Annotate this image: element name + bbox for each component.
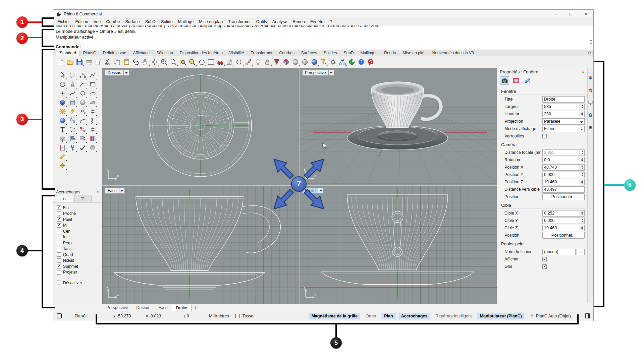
- browse-button[interactable]: ...: [577, 249, 585, 255]
- toolbar-button-lock[interactable]: [263, 57, 272, 67]
- viewport-dropdown-icon[interactable]: [119, 188, 125, 194]
- new-viewport-icon[interactable]: [194, 306, 198, 310]
- osnap-item-quad[interactable]: Quad: [57, 252, 102, 258]
- tool-cone-curve[interactable]: [67, 80, 77, 89]
- tab-disposition-des-fenetres[interactable]: Disposition des fenêtres: [176, 50, 226, 56]
- menu-outils[interactable]: Outils: [254, 19, 270, 24]
- osnap-item-proche[interactable]: Proche: [57, 211, 102, 217]
- viewport-dropdown-icon[interactable]: [124, 70, 129, 76]
- tool-split[interactable]: [88, 107, 98, 116]
- titre-field[interactable]: Droite: [542, 96, 585, 103]
- toolbar-button-zoom-window[interactable]: [178, 57, 187, 67]
- strip-color-wheel-icon[interactable]: [588, 88, 593, 93]
- largeur-field[interactable]: 535: [542, 104, 580, 110]
- osnap-item-desactiver[interactable]: Désactiver: [57, 280, 102, 286]
- tool-surface-curve[interactable]: [88, 89, 98, 98]
- tool-sphere-blue[interactable]: [57, 116, 67, 125]
- tool-droplets[interactable]: [67, 116, 77, 125]
- tool-text[interactable]: [57, 125, 67, 134]
- osnap-item-projeter[interactable]: Projeter: [57, 269, 102, 276]
- toolbar-button-viewport-layout[interactable]: [206, 57, 216, 67]
- toolbar-button-zoom[interactable]: [159, 57, 169, 67]
- command-area[interactable]: Nom du fichier modèle Rhino à ouvrir ( A…: [53, 25, 593, 50]
- osnap-item-fin[interactable]: ✓Fin: [57, 205, 102, 211]
- tab-solides[interactable]: Solides: [320, 50, 340, 56]
- tool-check[interactable]: [77, 143, 88, 152]
- viewport-tab-face[interactable]: Face: [154, 305, 172, 311]
- toolbar-button-node-link[interactable]: [244, 57, 253, 67]
- position-y-stepper[interactable]: [580, 172, 585, 178]
- tool-split[interactable]: [88, 125, 98, 134]
- cible-x-field[interactable]: 0.252: [542, 210, 580, 217]
- checkbox-perp[interactable]: [57, 241, 61, 245]
- viewport-label-perspective[interactable]: Perspective: [302, 70, 334, 76]
- toolbar-button-undo[interactable]: [131, 57, 141, 67]
- afficher-checkbox[interactable]: ✓: [542, 257, 547, 261]
- menu-mise-en-plan[interactable]: Mise en plan: [196, 19, 225, 24]
- toolbar-button-hierarchy[interactable]: [338, 57, 347, 67]
- properties-tab-viewport-rect[interactable]: [511, 76, 521, 85]
- osnap-item-mi[interactable]: ✓Mi: [57, 223, 102, 229]
- checkbox-fin[interactable]: ✓: [57, 205, 61, 210]
- toolbar-button-feedback[interactable]: [366, 57, 375, 67]
- tool-box-blue[interactable]: [57, 98, 67, 107]
- toolbar-button-color-wheel[interactable]: [281, 57, 291, 67]
- checkbox-proche[interactable]: [57, 212, 61, 216]
- menu-solide[interactable]: Solide: [158, 19, 175, 24]
- verrouilles-checkbox[interactable]: [542, 134, 547, 138]
- osnap-tab-snaps[interactable]: [56, 195, 73, 202]
- toolbar-button-bulb[interactable]: [253, 57, 263, 67]
- osnap-item-int[interactable]: Int: [57, 234, 102, 240]
- cible-y-stepper[interactable]: [580, 218, 585, 224]
- checkbox-n-ud[interactable]: [57, 258, 61, 263]
- tool-array-grid[interactable]: [77, 125, 88, 134]
- menu-item[interactable]: ?: [327, 19, 335, 24]
- viewport-dropdown-icon[interactable]: [329, 70, 334, 76]
- tool-polyline[interactable]: [88, 71, 98, 80]
- toolbar-button-new-file[interactable]: [56, 57, 65, 67]
- toolbar-button-save[interactable]: [75, 57, 84, 67]
- tool-circle-tool[interactable]: [57, 80, 67, 89]
- status-cplane[interactable]: PlanC: [74, 314, 86, 318]
- distance-focale-mr-stepper[interactable]: [580, 149, 585, 156]
- osnap-item-tan[interactable]: Tan: [57, 246, 102, 252]
- menu-subd[interactable]: SubD: [143, 19, 158, 24]
- checkbox-mi[interactable]: ✓: [57, 223, 61, 228]
- position-x-stepper[interactable]: [580, 164, 585, 171]
- toolbar-button-rotate-view[interactable]: [150, 57, 159, 67]
- toolbar-button-sphere-blue[interactable]: [310, 57, 319, 67]
- toolbar-button-pie-analyze[interactable]: [347, 57, 357, 67]
- osnap-item-sommet[interactable]: ✓Sommet: [57, 263, 102, 269]
- checkbox-quad[interactable]: [57, 252, 61, 257]
- tool-trim[interactable]: [77, 107, 88, 116]
- tool-nodes[interactable]: [67, 125, 77, 134]
- menu-rendu[interactable]: Rendu: [290, 19, 308, 24]
- toolbar-button-copy[interactable]: [112, 57, 122, 67]
- checkbox-tan[interactable]: [57, 247, 61, 251]
- position-button[interactable]: Positionner...: [542, 232, 585, 239]
- checkbox-point[interactable]: ✓: [57, 217, 61, 222]
- tab-courbes[interactable]: Courbes: [276, 50, 298, 56]
- tool-lasso[interactable]: [67, 71, 77, 80]
- command-scroll-arrows[interactable]: [590, 40, 592, 44]
- tool-blocks[interactable]: [77, 134, 88, 143]
- menu-analyse[interactable]: Analyse: [270, 19, 290, 24]
- tab-surfaces[interactable]: Surfaces: [298, 50, 320, 56]
- tool-point-tool[interactable]: [57, 89, 67, 98]
- tool-sphere-tool[interactable]: [77, 98, 88, 107]
- toolbar-button-sphere-ghost[interactable]: [300, 57, 310, 67]
- tool-cylinder[interactable]: [67, 98, 77, 107]
- menu-transformer[interactable]: Transformer: [225, 19, 254, 24]
- distance-focale-mr-field[interactable]: 2.355: [542, 149, 580, 156]
- tab-nouveautes-dans-la-v8[interactable]: Nouveautés dans la V8: [429, 50, 477, 56]
- tool-helix[interactable]: [88, 116, 98, 125]
- checkbox-int[interactable]: [57, 235, 61, 239]
- tool-arc-tool[interactable]: [77, 80, 88, 89]
- position-z-field[interactable]: 19.460: [542, 179, 580, 185]
- rotation-field[interactable]: 0.0: [542, 157, 580, 163]
- largeur-stepper[interactable]: [580, 104, 585, 110]
- tab-standard[interactable]: Standard: [56, 50, 80, 56]
- properties-gear-icon[interactable]: ⚙: [581, 70, 585, 74]
- hauteur-stepper[interactable]: [580, 111, 585, 117]
- menu-courbe[interactable]: Courbe: [104, 19, 123, 24]
